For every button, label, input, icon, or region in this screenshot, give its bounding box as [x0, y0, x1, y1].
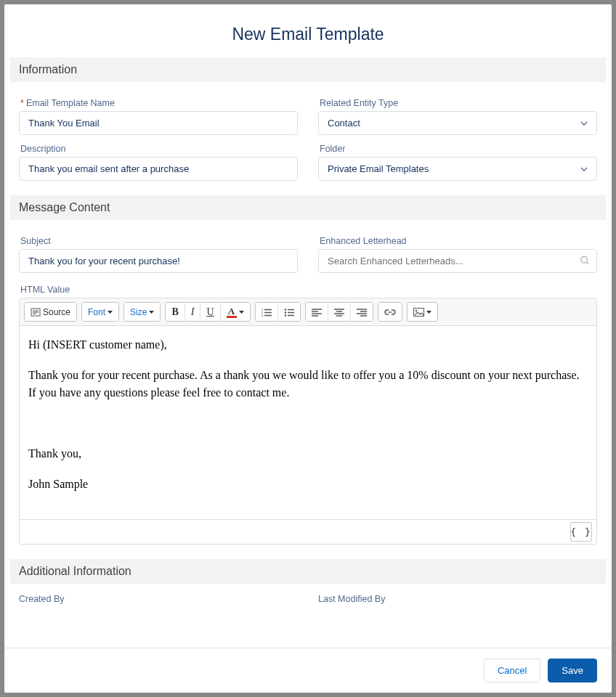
editor-line: Thank you, [28, 445, 588, 462]
section-header-additional-information: Additional Information [10, 559, 606, 584]
italic-icon: I [191, 306, 195, 318]
label-last-modified-by: Last Modified By [318, 594, 597, 604]
bullet-list-icon [284, 308, 294, 317]
label-email-template-name: *Email Template Name [19, 98, 298, 108]
italic-button[interactable]: I [185, 303, 200, 321]
text-color-icon: A [227, 306, 237, 318]
underline-icon: U [206, 306, 214, 318]
text-color-button[interactable]: A [220, 303, 250, 321]
align-center-icon [334, 308, 344, 317]
section-body-information: *Email Template Name Related Entity Type… [4, 82, 612, 195]
cancel-button[interactable]: Cancel [484, 659, 540, 682]
folder-select[interactable]: Private Email Templates [318, 157, 597, 181]
underline-button[interactable]: U [200, 303, 219, 321]
caret-down-icon [108, 311, 113, 314]
align-left-button[interactable] [306, 303, 328, 321]
align-right-button[interactable] [350, 303, 373, 321]
size-dropdown[interactable]: Size [124, 303, 160, 321]
required-indicator: * [20, 98, 24, 108]
merge-field-button[interactable]: { } [570, 522, 592, 542]
caret-down-icon [426, 311, 431, 314]
modal-header: New Email Template [4, 4, 612, 57]
bold-icon: B [171, 306, 178, 318]
svg-point-14 [284, 314, 286, 317]
description-input[interactable] [19, 157, 298, 181]
editor-content-area[interactable]: Hi (INSERT customer name), Thank you for… [20, 326, 596, 519]
section-header-information: Information [10, 57, 606, 82]
section-body-message-content: Subject Enhanced Letterhead HTML Value [4, 220, 612, 559]
modal-title: New Email Template [4, 25, 612, 44]
folder-value: Private Email Templates [328, 163, 429, 174]
caret-down-icon [239, 311, 244, 314]
label-enhanced-letterhead: Enhanced Letterhead [318, 236, 597, 246]
source-button[interactable]: Source [25, 303, 76, 321]
editor-footer: { } [20, 519, 596, 544]
image-button[interactable] [408, 303, 437, 321]
related-entity-type-value: Contact [328, 118, 360, 129]
editor-line: Thank you for your recent purchase. As a… [28, 367, 588, 402]
chevron-down-icon [580, 121, 588, 126]
html-editor: Source Font Size [19, 298, 597, 545]
label-subject: Subject [19, 236, 298, 246]
svg-point-12 [284, 309, 286, 311]
svg-point-31 [415, 309, 417, 311]
modal-footer: Cancel Save [4, 648, 612, 693]
link-button[interactable] [378, 303, 402, 321]
source-icon [31, 308, 41, 317]
editor-line: John Sample [28, 476, 588, 493]
editor-line: Hi (INSERT customer name), [28, 336, 588, 354]
bold-button[interactable]: B [166, 303, 184, 321]
svg-point-0 [581, 256, 588, 263]
related-entity-type-select[interactable]: Contact [318, 111, 597, 135]
subject-input[interactable] [19, 249, 298, 273]
align-center-button[interactable] [328, 303, 350, 321]
label-related-entity-type: Related Entity Type [318, 98, 597, 108]
link-icon [384, 309, 396, 316]
brackets-icon: { } [570, 526, 591, 537]
label-folder: Folder [318, 144, 597, 154]
numbered-list-icon: 123 [262, 308, 272, 317]
image-icon [413, 308, 424, 317]
enhanced-letterhead-search-input[interactable] [318, 249, 597, 273]
bullet-list-button[interactable] [277, 303, 300, 321]
section-body-additional-information: Created By Last Modified By [4, 584, 612, 604]
align-left-icon [312, 308, 322, 317]
svg-line-1 [587, 262, 589, 264]
save-button[interactable]: Save [548, 659, 597, 682]
editor-toolbar: Source Font Size [20, 298, 596, 326]
chevron-down-icon [580, 167, 588, 171]
search-icon [580, 255, 590, 267]
font-dropdown[interactable]: Font [82, 303, 118, 321]
svg-text:3: 3 [262, 314, 264, 317]
new-email-template-modal: New Email Template Information *Email Te… [4, 4, 612, 693]
caret-down-icon [149, 311, 154, 314]
email-template-name-input[interactable] [19, 111, 298, 135]
section-header-message-content: Message Content [10, 195, 606, 220]
label-created-by: Created By [19, 594, 298, 604]
label-description: Description [19, 144, 298, 154]
numbered-list-button[interactable]: 123 [256, 303, 277, 321]
label-html-value: HTML Value [19, 285, 597, 295]
align-right-icon [357, 308, 367, 317]
svg-point-13 [284, 311, 286, 314]
